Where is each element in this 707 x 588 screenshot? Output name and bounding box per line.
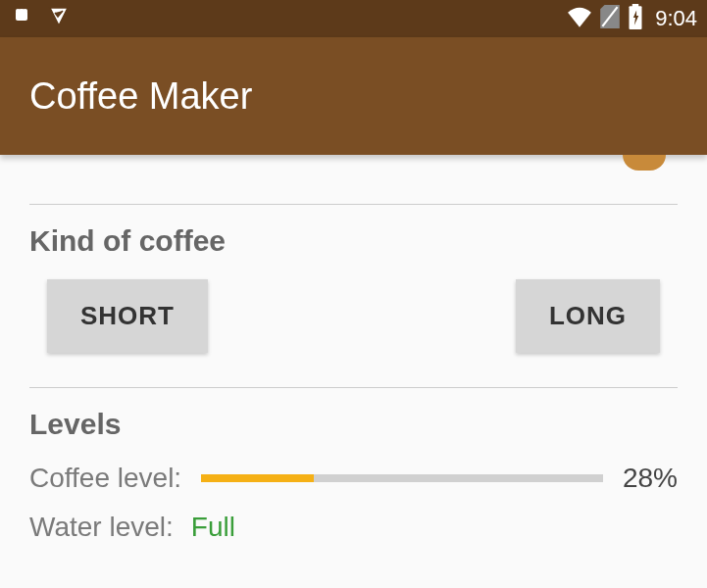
water-level-row: Water level: Full <box>29 512 678 543</box>
status-right-icons: 9:04 <box>567 4 697 33</box>
coffee-level-progress <box>201 474 603 482</box>
app-title: Coffee Maker <box>29 75 252 118</box>
main-content: Kind of coffee SHORT LONG Levels Coffee … <box>0 155 707 563</box>
sim-icon <box>600 5 620 32</box>
coffee-kind-buttons: SHORT LONG <box>29 279 678 353</box>
coffee-level-fill <box>201 474 314 482</box>
checkmark-icon <box>47 5 71 32</box>
android-icon <box>10 5 33 32</box>
coffee-level-label: Coffee level: <box>29 463 181 494</box>
water-level-status: Full <box>191 512 235 543</box>
status-left-icons <box>10 5 71 32</box>
kind-of-coffee-title: Kind of coffee <box>29 224 678 258</box>
divider <box>29 387 678 388</box>
coffee-level-value: 28% <box>623 463 678 494</box>
water-level-label: Water level: <box>29 512 174 543</box>
divider <box>29 204 678 205</box>
status-time: 9:04 <box>655 6 697 31</box>
status-bar: 9:04 <box>0 0 707 37</box>
short-button[interactable]: SHORT <box>47 279 208 353</box>
coffee-level-row: Coffee level: 28% <box>29 463 678 494</box>
app-bar: Coffee Maker <box>0 37 707 155</box>
long-button[interactable]: LONG <box>516 279 660 353</box>
levels-title: Levels <box>29 408 678 441</box>
wifi-icon <box>567 6 592 31</box>
svg-rect-4 <box>632 4 639 7</box>
battery-charging-icon <box>628 4 643 33</box>
